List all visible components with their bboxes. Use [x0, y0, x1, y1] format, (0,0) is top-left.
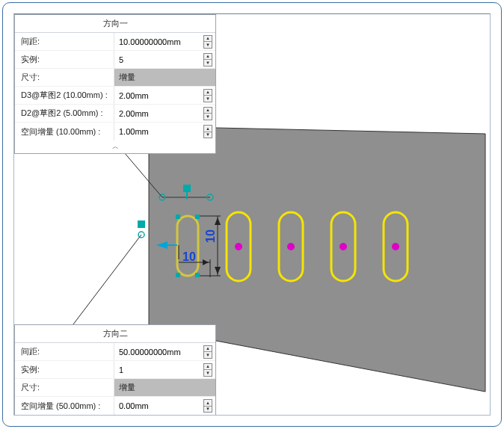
dimension-horizontal[interactable]: 10 [156, 241, 210, 277]
param-value-text: 5 [119, 55, 123, 64]
param-value[interactable]: 增量 [114, 69, 215, 86]
dir2-row-1[interactable]: 实例:1▲▼ [15, 361, 215, 379]
spinner-up-icon[interactable]: ▲ [204, 108, 212, 114]
handle-group-top[interactable] [159, 185, 213, 200]
param-value[interactable]: 增量 [114, 379, 215, 396]
spinner-down-icon[interactable]: ▼ [204, 96, 212, 102]
sketch-point [195, 214, 200, 219]
spinner-down-icon[interactable]: ▼ [204, 407, 212, 413]
param-value[interactable]: 1▲▼ [114, 361, 215, 378]
handle-group-left[interactable] [138, 220, 145, 238]
svg-point-14 [138, 232, 144, 238]
drag-handle-icon[interactable] [183, 185, 191, 192]
spinner-up-icon[interactable]: ▲ [204, 90, 212, 96]
param-value-text: 10.00000000mm [119, 37, 181, 46]
param-value[interactable]: 50.00000000mm▲▼ [114, 343, 215, 360]
spinner[interactable]: ▲▼ [203, 53, 212, 67]
spinner-down-icon[interactable]: ▼ [204, 132, 212, 138]
center-point-2 [287, 243, 295, 250]
dir2-row-0[interactable]: 间距:50.00000000mm▲▼ [15, 343, 215, 361]
param-value-text: 增量 [119, 72, 135, 83]
dir2-row-2[interactable]: 尺寸:增量 [15, 379, 215, 397]
spinner-up-icon[interactable]: ▲ [204, 346, 212, 353]
sketch-point [176, 214, 180, 219]
spinner[interactable]: ▲▼ [203, 345, 212, 359]
spinner-down-icon[interactable]: ▼ [204, 114, 212, 120]
param-value[interactable]: 5▲▼ [114, 51, 215, 68]
param-label: 间距: [15, 346, 114, 357]
spinner-up-icon[interactable]: ▲ [204, 36, 212, 43]
instance-slot-3 [331, 212, 355, 281]
svg-marker-3 [203, 259, 209, 265]
spinner-up-icon[interactable]: ▲ [204, 364, 212, 371]
panel-2-header: 方向二 [15, 325, 215, 343]
spinner[interactable]: ▲▼ [203, 89, 212, 102]
param-label: 空间增量 (10.00mm) : [15, 126, 114, 138]
spinner-down-icon[interactable]: ▼ [204, 370, 212, 376]
dimension-vertical[interactable]: 10 [200, 216, 221, 276]
spinner[interactable]: ▲▼ [203, 107, 212, 120]
dir1-row-2[interactable]: 尺寸:增量 [15, 69, 215, 87]
app-window: 10 10 [2, 2, 502, 427]
param-label: 实例: [15, 54, 114, 65]
drag-handle-icon[interactable] [138, 220, 145, 228]
dir1-row-1[interactable]: 实例:5▲▼ [15, 51, 215, 69]
param-value[interactable]: 1.00mm▲▼ [114, 123, 215, 141]
svg-marker-8 [215, 217, 221, 225]
param-label: D3@草图2 (10.00mm) : [15, 90, 114, 101]
param-value-text: 1 [119, 365, 123, 374]
panel-direction-2[interactable]: 方向二 间距:50.00000000mm▲▼实例:1▲▼尺寸:增量空间增量 (5… [14, 324, 216, 416]
instance-slot-4 [384, 212, 408, 281]
dir1-row-5[interactable]: 空间增量 (10.00mm) :1.00mm▲▼ [15, 123, 215, 141]
param-value-text: 0.00mm [119, 401, 149, 410]
sketch-point [195, 273, 200, 277]
center-point-4 [392, 243, 399, 250]
collapse-caret-icon[interactable]: ︿ [15, 141, 215, 153]
spinner-down-icon[interactable]: ▼ [204, 42, 212, 48]
param-value[interactable]: 2.00mm▲▼ [114, 87, 215, 104]
dir2-row-3[interactable]: 空间增量 (50.00mm) :0.00mm▲▼ [15, 397, 215, 415]
dir1-row-3[interactable]: D3@草图2 (10.00mm) :2.00mm▲▼ [15, 87, 215, 105]
param-label: 尺寸: [15, 72, 114, 83]
sketch-point [176, 273, 180, 277]
param-value-text: 增量 [119, 382, 135, 393]
param-value[interactable]: 0.00mm▲▼ [114, 397, 215, 415]
seed-slot [177, 216, 198, 276]
spinner[interactable]: ▲▼ [203, 35, 212, 49]
param-value-text: 1.00mm [119, 127, 149, 136]
instance-slot-2 [279, 212, 303, 281]
center-point-3 [339, 243, 347, 250]
param-label: 尺寸: [15, 382, 114, 393]
svg-point-12 [207, 194, 213, 200]
dir1-row-0[interactable]: 间距:10.00000000mm▲▼ [15, 33, 215, 51]
spinner[interactable]: ▲▼ [203, 363, 212, 377]
param-value[interactable]: 2.00mm▲▼ [114, 105, 215, 122]
param-value-text: 50.00000000mm [119, 348, 181, 357]
spinner-up-icon[interactable]: ▲ [204, 400, 212, 407]
param-label: 空间增量 (50.00mm) : [15, 401, 114, 412]
viewport[interactable]: 10 10 [13, 13, 491, 416]
callout-leader-2 [64, 235, 141, 337]
spinner-up-icon[interactable]: ▲ [204, 54, 212, 61]
param-value[interactable]: 10.00000000mm▲▼ [114, 33, 215, 50]
svg-point-11 [159, 194, 165, 200]
instance-slot-1 [227, 212, 251, 281]
dim-h-value: 10 [182, 250, 196, 263]
center-point-1 [235, 243, 242, 250]
spinner-down-icon[interactable]: ▼ [204, 352, 212, 358]
param-label: 实例: [15, 364, 114, 375]
panel-direction-1[interactable]: 方向一 间距:10.00000000mm▲▼实例:5▲▼尺寸:增量D3@草图2 … [14, 14, 216, 154]
param-value-text: 2.00mm [119, 91, 149, 100]
param-value-text: 2.00mm [119, 109, 149, 118]
spinner[interactable]: ▲▼ [203, 399, 212, 413]
spinner-up-icon[interactable]: ▲ [204, 126, 212, 132]
panel-1-header: 方向一 [15, 15, 215, 33]
dir1-row-4[interactable]: D2@草图2 (5.00mm) :2.00mm▲▼ [15, 105, 215, 123]
direction-arrow-icon [156, 241, 168, 249]
svg-marker-9 [215, 267, 221, 274]
param-label: 间距: [15, 36, 114, 47]
spinner[interactable]: ▲▼ [203, 125, 212, 138]
dim-v-value: 10 [204, 229, 217, 243]
spinner-down-icon[interactable]: ▼ [204, 60, 212, 66]
param-label: D2@草图2 (5.00mm) : [15, 108, 114, 119]
